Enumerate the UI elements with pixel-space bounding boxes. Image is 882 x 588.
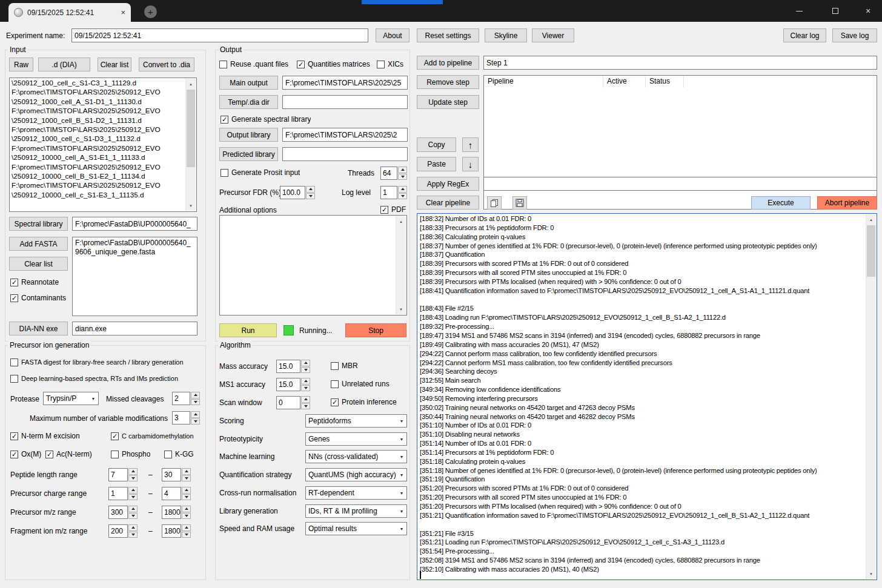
skyline-button[interactable]: Skyline (485, 28, 527, 42)
stepper-value[interactable]: 7 (108, 468, 128, 481)
ac-nterm-checkbox[interactable]: ✓ Ac(N-term) (45, 449, 92, 459)
xics-checkbox[interactable]: XICs (377, 59, 403, 69)
maximize-button[interactable] (821, 0, 849, 22)
tab-close-icon[interactable]: × (121, 8, 125, 17)
execute-button[interactable]: Execute (751, 196, 811, 210)
raw-file-list[interactable]: \250912_100_cell_c_S1-C3_1_11129.dF:\pro… (9, 78, 197, 212)
stepper-down-icon[interactable] (182, 513, 191, 520)
speed-ram-select[interactable]: Optimal results ▼ (305, 522, 407, 535)
clear-pipeline-button[interactable]: Clear pipeline (417, 196, 479, 210)
fasta-list-area[interactable]: F:\promec\FastaDB\UP000005640_9606_uniqu… (72, 237, 197, 316)
quantities-matrices-checkbox[interactable]: ✓ Quantities matrices (297, 59, 370, 69)
stepper-value[interactable]: 0 (276, 396, 300, 409)
save-log-button[interactable]: Save log (832, 28, 877, 42)
run-button[interactable]: Run (219, 323, 277, 337)
stepper-up-icon[interactable] (301, 378, 310, 385)
update-step-button[interactable]: Update step (417, 95, 479, 109)
stepper-value[interactable]: 200 (108, 524, 128, 538)
ms1-accuracy-stepper[interactable]: 15.0 (276, 378, 310, 391)
kgg-checkbox[interactable]: K-GG (164, 449, 194, 459)
stepper-down-icon[interactable] (191, 418, 200, 425)
scrollbar-thumb[interactable] (867, 225, 875, 277)
stepper-value[interactable]: 64 (380, 167, 397, 180)
unrelated-runs-checkbox[interactable]: Unrelated runs (331, 379, 390, 389)
mass-accuracy-stepper[interactable]: 15.0 (276, 360, 310, 373)
main-output-field[interactable]: F:\promec\TIMSTOF\LARS\2025\25 (282, 76, 408, 90)
stepper-value[interactable]: 15.0 (276, 360, 300, 373)
threads-stepper[interactable]: 64 (380, 167, 407, 180)
remove-step-button[interactable]: Remove step (417, 75, 479, 89)
stop-button[interactable]: Stop (345, 323, 406, 337)
protein-inference-checkbox[interactable]: ✓ Protein inference (331, 397, 397, 407)
stepper-up-icon[interactable] (191, 411, 200, 418)
phospho-checkbox[interactable]: Phospho (111, 449, 150, 459)
temp-dia-dir-field[interactable] (282, 95, 408, 109)
precursor-mz-max-stepper[interactable]: 1800 (162, 506, 191, 519)
stepper-down-icon[interactable] (128, 475, 138, 482)
stepper-value[interactable]: 2 (172, 392, 190, 405)
stepper-value[interactable]: 1800 (162, 506, 181, 519)
log-output[interactable]: [188:32] Number of IDs at 0.01 FDR: 0[18… (417, 213, 877, 580)
stepper-value[interactable]: 1 (380, 186, 397, 199)
stepper-down-icon[interactable] (182, 475, 191, 482)
clear-log-button[interactable]: Clear log (783, 28, 826, 42)
regex-field[interactable] (483, 177, 877, 191)
new-tab-button[interactable]: + (144, 5, 157, 18)
stepper-up-icon[interactable] (191, 392, 200, 398)
stepper-down-icon[interactable] (128, 532, 138, 538)
stepper-value[interactable]: 3 (172, 411, 190, 424)
diann-exe-button[interactable]: DIA-NN exe (9, 322, 68, 335)
add-to-pipeline-button[interactable]: Add to pipeline (417, 56, 479, 70)
stepper-down-icon[interactable] (306, 193, 315, 200)
precursor-charge-max-stepper[interactable]: 4 (162, 487, 191, 500)
stepper-value[interactable]: 4 (162, 487, 181, 500)
spectral-library-path-field[interactable]: F:\promec\FastaDB\UP000005640_ (72, 217, 197, 231)
reset-settings-button[interactable]: Reset settings (417, 28, 479, 42)
cross-run-normalisation-select[interactable]: RT-dependent ▼ (305, 486, 407, 500)
reuse-quant-checkbox[interactable]: Reuse .quant files (219, 59, 288, 69)
close-button[interactable]: × (854, 0, 882, 22)
move-down-button[interactable]: ↓ (462, 157, 479, 171)
scan-window-stepper[interactable]: 0 (276, 396, 310, 409)
stepper-down-icon[interactable] (301, 403, 310, 410)
main-output-button[interactable]: Main output (219, 76, 278, 90)
stepper-down-icon[interactable] (301, 367, 310, 374)
max-var-mods-stepper[interactable]: 3 (172, 411, 200, 424)
pipeline-step-field[interactable]: Step 1 (483, 56, 877, 70)
stepper-up-icon[interactable] (301, 360, 310, 366)
stepper-value[interactable]: 30 (162, 468, 181, 481)
pdf-checkbox[interactable]: ✓ PDF (380, 205, 406, 214)
minimize-button[interactable] (785, 0, 813, 22)
scroll-up-icon[interactable]: ▲ (866, 214, 876, 225)
stepper-down-icon[interactable] (182, 532, 191, 538)
convert-to-dia-button[interactable]: Convert to .dia (139, 58, 194, 71)
stepper-value[interactable]: 15.0 (276, 378, 300, 391)
reannotate-checkbox[interactable]: ✓ Reannotate (10, 277, 59, 287)
stepper-up-icon[interactable] (182, 506, 191, 512)
peptide-length-min-stepper[interactable]: 7 (108, 468, 138, 481)
mbr-checkbox[interactable]: MBR (331, 361, 358, 371)
nterm-m-excision-checkbox[interactable]: ✓ N-term M excision (10, 431, 80, 441)
about-button[interactable]: About (376, 28, 409, 42)
additional-options-textarea[interactable]: ▲ ▼ (219, 215, 407, 315)
diann-exe-field[interactable]: diann.exe (72, 322, 197, 335)
add-fasta-button[interactable]: Add FASTA (9, 237, 68, 251)
stepper-down-icon[interactable] (182, 494, 191, 501)
open-pipeline-button[interactable] (487, 196, 502, 210)
fragment-mz-min-stepper[interactable]: 200 (108, 524, 138, 538)
scroll-up-icon[interactable]: ▲ (186, 79, 196, 89)
scroll-up-icon[interactable]: ▲ (396, 216, 406, 226)
predicted-library-button[interactable]: Predicted library (219, 147, 278, 161)
stepper-down-icon[interactable] (398, 193, 407, 200)
stepper-up-icon[interactable] (128, 506, 138, 512)
deep-learning-checkbox[interactable]: Deep learning-based spectra, RTs and IMs… (10, 374, 203, 383)
textarea-scrollbar[interactable]: ▲ ▼ (396, 216, 406, 314)
stepper-value[interactable]: 1800 (162, 524, 181, 538)
save-pipeline-button[interactable] (512, 196, 527, 210)
quantification-strategy-select[interactable]: QuantUMS (high accuracy) ▼ (305, 468, 407, 481)
stepper-up-icon[interactable] (398, 167, 407, 173)
peptide-length-max-stepper[interactable]: 30 (162, 468, 191, 481)
fasta-digest-checkbox[interactable]: FASTA digest for library-free search / l… (10, 357, 203, 367)
abort-pipeline-button[interactable]: Abort pipeline (817, 196, 877, 210)
stepper-up-icon[interactable] (182, 468, 191, 475)
